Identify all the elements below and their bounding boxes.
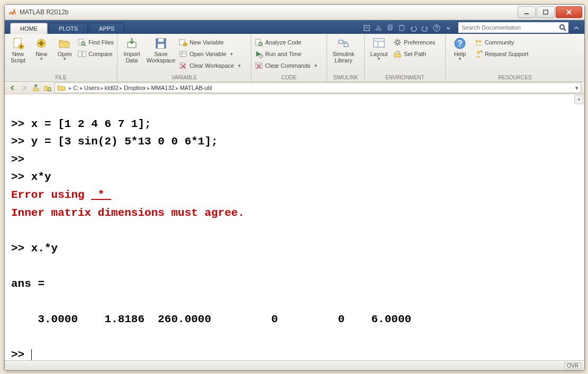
open-variable-label: Open Variable: [189, 51, 227, 57]
redo-icon[interactable]: [420, 23, 430, 33]
clear-workspace-button[interactable]: Clear Workspace ▼: [179, 60, 241, 71]
minimize-button[interactable]: [518, 6, 536, 18]
undo-icon[interactable]: [409, 23, 418, 33]
cmd-line: >> y = [3 sin(2) 5*13 0 0 6*1];: [11, 135, 218, 148]
group-label-code: CODE: [255, 74, 323, 81]
cmd-line: >>: [11, 153, 31, 166]
svg-rect-1: [544, 10, 548, 14]
save-workspace-icon: [155, 37, 167, 50]
simulink-icon: [337, 37, 350, 50]
find-files-icon: [78, 38, 86, 47]
paste-icon[interactable]: [397, 23, 406, 33]
svg-rect-31: [158, 39, 164, 42]
titlebar: MATLAB R2012b: [5, 5, 584, 20]
search-icon[interactable]: [559, 24, 566, 31]
breadcrumb-sep: ▸: [176, 85, 179, 92]
open-button[interactable]: Open ▼: [55, 35, 75, 62]
tab-plots[interactable]: PLOTS: [49, 23, 88, 34]
qat-help-icon[interactable]: ?: [432, 23, 441, 33]
breadcrumb-dropdown-icon[interactable]: ▾: [575, 85, 578, 92]
layout-icon: [373, 37, 385, 50]
cmd-prompt: >>: [11, 349, 31, 360]
close-button[interactable]: [556, 6, 582, 18]
clear-commands-button[interactable]: Clear Commands ▼: [255, 60, 318, 71]
ribbon-collapse-icon[interactable]: [572, 23, 581, 33]
open-variable-button[interactable]: Open Variable ▼: [179, 49, 241, 59]
preferences-button[interactable]: Preferences: [393, 37, 435, 48]
tab-apps[interactable]: APPS: [89, 23, 124, 34]
svg-rect-49: [344, 43, 348, 47]
tab-home[interactable]: HOME: [10, 23, 48, 34]
breadcrumb-bar: ▸ C: ▸ Users ▸ kld02 ▸ Dropbox ▸ MMA132 …: [5, 82, 584, 94]
qat-dropdown-icon[interactable]: [444, 23, 453, 33]
clear-commands-icon: [255, 61, 263, 70]
new-variable-button[interactable]: New Variable: [179, 37, 241, 48]
cmd-line: >> x.*y: [11, 242, 58, 254]
breadcrumb-item[interactable]: Users: [84, 85, 99, 91]
help-button[interactable]: ? Help ▼: [449, 35, 471, 62]
community-button[interactable]: Community: [474, 37, 529, 48]
breadcrumb-item[interactable]: MMA132: [151, 85, 175, 91]
svg-line-62: [395, 44, 396, 45]
breadcrumb[interactable]: ▸ C: ▸ Users ▸ kld02 ▸ Dropbox ▸ MMA132 …: [55, 83, 581, 93]
new-script-button[interactable]: New Script: [8, 35, 28, 63]
svg-rect-9: [388, 26, 391, 30]
clear-workspace-label: Clear Workspace: [189, 62, 234, 69]
simulink-library-label: Simulink Library: [332, 51, 355, 63]
set-path-label: Set Path: [404, 51, 426, 57]
import-data-button[interactable]: Import Data: [121, 35, 143, 63]
community-label: Community: [485, 39, 514, 45]
cut-icon[interactable]: [374, 23, 383, 33]
status-bar: OVR: [5, 360, 584, 370]
svg-line-70: [50, 90, 51, 92]
nav-forward-button[interactable]: [20, 83, 29, 93]
open-folder-icon: [58, 37, 71, 50]
breadcrumb-item[interactable]: C:: [73, 85, 79, 91]
group-label-environment: ENVIRONMENT: [368, 74, 442, 81]
svg-point-66: [476, 40, 478, 43]
new-button[interactable]: New ▼: [31, 35, 51, 62]
set-path-button[interactable]: Set Path: [393, 49, 435, 59]
nav-browse-button[interactable]: [43, 83, 52, 93]
svg-rect-28: [83, 51, 86, 57]
set-path-icon: [393, 50, 402, 58]
breadcrumb-item[interactable]: MATLAB-util: [180, 85, 212, 91]
scroll-up-button[interactable]: ▴: [574, 95, 584, 104]
cmd-error-line: Inner matrix dimensions must agree.: [11, 207, 245, 219]
run-and-time-button[interactable]: Run and Time: [255, 49, 318, 59]
qat-icon-1[interactable]: [362, 23, 372, 33]
simulink-library-button[interactable]: Simulink Library: [330, 35, 357, 63]
search-input[interactable]: [460, 24, 557, 31]
tabstrip: HOME PLOTS APPS ?: [5, 20, 584, 34]
request-support-icon: [474, 50, 483, 58]
svg-rect-27: [78, 51, 82, 57]
find-files-button[interactable]: Find Files: [78, 37, 114, 48]
compare-label: Compare: [88, 51, 112, 57]
cmd-line: 3.0000 1.8186 260.0000 0 0 6.0000: [11, 313, 411, 325]
cmd-error-text: Error using: [11, 189, 91, 201]
compare-button[interactable]: Compare: [78, 49, 114, 59]
app-window: MATLAB R2012b HOME PLOTS APPS ?: [4, 4, 585, 371]
layout-button[interactable]: Layout ▼: [368, 35, 390, 62]
svg-point-68: [477, 51, 480, 54]
command-window[interactable]: ▴>> x = [1 2 4 6 7 1]; >> y = [3 sin(2) …: [5, 94, 584, 360]
save-workspace-button[interactable]: Save Workspace: [146, 35, 176, 63]
nav-back-button[interactable]: [8, 83, 17, 93]
new-variable-icon: [179, 38, 187, 47]
nav-up-button[interactable]: [31, 83, 41, 93]
search-box[interactable]: [458, 22, 568, 33]
breadcrumb-sep: ▸: [69, 85, 72, 92]
svg-rect-48: [339, 40, 343, 43]
breadcrumb-item[interactable]: kld02: [105, 85, 119, 91]
analyze-code-icon: [255, 38, 263, 47]
maximize-button[interactable]: [537, 6, 555, 18]
analyze-code-button[interactable]: Analyze Code: [255, 37, 318, 48]
copy-icon[interactable]: [385, 23, 395, 33]
breadcrumb-sep: ▸: [101, 85, 104, 92]
preferences-label: Preferences: [404, 39, 435, 45]
request-support-button[interactable]: Request Support: [474, 49, 529, 59]
breadcrumb-item[interactable]: Dropbox: [124, 85, 146, 91]
cmd-error-link[interactable]: *: [91, 189, 111, 201]
ribbon: New Script New ▼ Open ▼ Find Files: [5, 34, 584, 82]
status-ovr[interactable]: OVR: [564, 362, 581, 369]
